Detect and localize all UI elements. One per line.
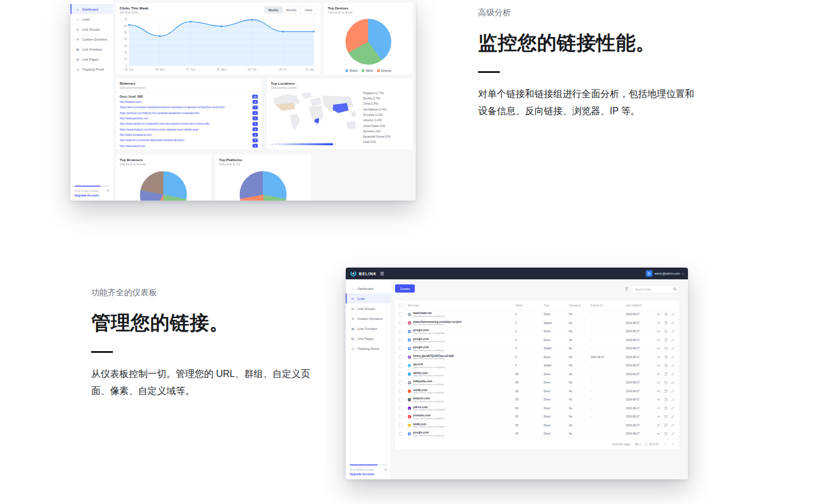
copy-link-icon[interactable] [664, 423, 668, 427]
sidebar-item[interactable]: ▤ Link Pages [71, 54, 113, 64]
view-stats-eye-icon[interactable] [657, 313, 660, 316]
referrer-link[interactable]: https://www.hudson.com/minima-omnis-sapi… [120, 128, 199, 131]
copy-link-icon[interactable] [664, 406, 668, 410]
edit-pencil-icon[interactable] [671, 389, 675, 393]
sidebar-item[interactable]: ◎ Tracking Pixels [346, 343, 391, 353]
row-checkbox[interactable] [399, 355, 403, 359]
sidebar-item[interactable]: ⌂ Dashboard [346, 283, 391, 293]
referrer-link[interactable]: http://www.vandervort.org/quidem-sunt-ac… [120, 122, 210, 125]
edit-pencil-icon[interactable] [671, 313, 675, 316]
sidebar-item[interactable]: ▣ Link Overlays [71, 44, 113, 54]
referrer-link[interactable]: http://www.ferry.com/sunt-laboriosam-inc… [120, 139, 185, 142]
sidebar-item[interactable]: ∞ Links [346, 293, 391, 303]
referrer-link[interactable]: http://beahan.com/ [120, 101, 142, 104]
sidebar-item[interactable]: ⌂ Dashboard [71, 4, 113, 14]
row-checkbox[interactable] [399, 372, 403, 376]
row-checkbox[interactable] [399, 321, 403, 325]
row-checkbox[interactable] [399, 432, 403, 436]
filter-icon[interactable] [625, 288, 629, 292]
view-stats-eye-icon[interactable] [657, 347, 660, 351]
referrer-link[interactable]: http://www.bartell.org/ [120, 144, 145, 147]
row-checkbox[interactable] [399, 423, 403, 427]
view-stats-eye-icon[interactable] [657, 330, 660, 333]
copy-link-icon[interactable] [664, 338, 668, 342]
view-stats-eye-icon[interactable] [657, 372, 660, 376]
copy-link-icon[interactable] [664, 389, 668, 393]
edit-pencil-icon[interactable] [671, 432, 675, 436]
edit-pencil-icon[interactable] [671, 347, 675, 351]
view-stats-eye-icon[interactable] [657, 355, 660, 359]
view-stats-eye-icon[interactable] [657, 364, 660, 368]
edit-pencil-icon[interactable] [671, 321, 675, 325]
sidebar-item[interactable]: ⊞ Link Groups [346, 303, 391, 313]
view-stats-eye-icon[interactable] [657, 406, 660, 410]
sidebar-item[interactable]: ◎ Tracking Pixels [71, 64, 113, 74]
copy-link-icon[interactable] [664, 355, 668, 359]
edit-pencil-icon[interactable] [671, 398, 675, 402]
sidebar-item[interactable]: ▤ Link Pages [346, 333, 391, 343]
edit-pencil-icon[interactable] [671, 355, 675, 359]
edit-pencil-icon[interactable] [671, 338, 675, 342]
view-stats-eye-icon[interactable] [657, 321, 660, 325]
row-checkbox[interactable] [399, 347, 403, 351]
search-input[interactable] [632, 285, 679, 293]
sidebar-item[interactable]: ∞ Links [71, 14, 113, 24]
gear-icon[interactable]: ⚙ [385, 468, 387, 471]
select-all-checkbox[interactable] [399, 303, 403, 307]
view-stats-eye-icon[interactable] [657, 432, 660, 436]
copy-link-icon[interactable] [664, 398, 668, 402]
referrer-link[interactable]: http://www.romaguera.com/ [120, 133, 152, 136]
copy-link-icon[interactable] [664, 381, 668, 385]
row-checkbox[interactable] [399, 313, 403, 316]
copy-link-icon[interactable] [664, 313, 668, 316]
range-button[interactable]: Yearly [300, 6, 316, 14]
search-icon[interactable] [673, 288, 677, 291]
create-button[interactable]: Create [395, 285, 415, 293]
referrer-link[interactable]: Direct, Email, SMS [120, 95, 143, 98]
items-per-page-select[interactable]: 10 ▾ [635, 443, 640, 446]
brand[interactable]: BELINK [350, 271, 377, 277]
referrer-link[interactable]: http://www.jacobson.net/ [120, 117, 149, 120]
row-checkbox[interactable] [399, 415, 403, 419]
edit-pencil-icon[interactable] [671, 364, 675, 368]
edit-pencil-icon[interactable] [671, 423, 675, 427]
row-checkbox[interactable] [399, 381, 403, 385]
row-checkbox[interactable] [399, 398, 403, 402]
copy-link-icon[interactable] [664, 432, 668, 436]
upgrade-account-link[interactable]: Upgrade Account [350, 473, 387, 476]
copy-link-icon[interactable] [664, 321, 668, 325]
upgrade-account-link[interactable]: Upgrade Account [75, 194, 110, 198]
copy-link-icon[interactable] [664, 372, 668, 376]
copy-link-icon[interactable] [664, 364, 668, 368]
row-checkbox[interactable] [399, 364, 403, 368]
row-checkbox[interactable] [399, 338, 403, 342]
edit-pencil-icon[interactable] [671, 415, 675, 419]
view-stats-eye-icon[interactable] [657, 389, 660, 393]
logout-power-icon[interactable] [646, 271, 652, 277]
view-stats-eye-icon[interactable] [657, 415, 660, 419]
edit-pencil-icon[interactable] [671, 330, 675, 333]
row-checkbox[interactable] [399, 406, 403, 410]
view-stats-eye-icon[interactable] [657, 423, 660, 427]
previous-page-icon[interactable]: ‹ [663, 442, 666, 447]
copy-link-icon[interactable] [664, 415, 668, 419]
next-page-icon[interactable]: › [671, 442, 674, 447]
edit-pencil-icon[interactable] [671, 372, 675, 376]
referrer-link[interactable]: https://johnson.com/ratione-hic-cupidita… [120, 112, 200, 115]
copy-link-icon[interactable] [664, 347, 668, 351]
sidebar-item[interactable]: ⊕ Custom Domains [71, 34, 113, 44]
user-menu[interactable]: admin@admin.com ▾ [646, 271, 683, 277]
view-stats-eye-icon[interactable] [657, 381, 660, 385]
view-stats-eye-icon[interactable] [657, 338, 660, 342]
range-button[interactable]: Monthly [282, 6, 300, 14]
copy-link-icon[interactable] [664, 330, 668, 333]
gear-icon[interactable]: ⚙ [107, 189, 109, 192]
row-checkbox[interactable] [399, 330, 403, 333]
row-checkbox[interactable] [399, 389, 403, 393]
edit-pencil-icon[interactable] [671, 381, 675, 385]
sidebar-item[interactable]: ▣ Link Overlays [346, 323, 391, 333]
sidebar-item[interactable]: ⊕ Custom Domains [346, 313, 391, 323]
edit-pencil-icon[interactable] [671, 406, 675, 410]
range-button[interactable]: Weekly [265, 6, 282, 14]
hamburger-menu-icon[interactable] [380, 271, 385, 276]
